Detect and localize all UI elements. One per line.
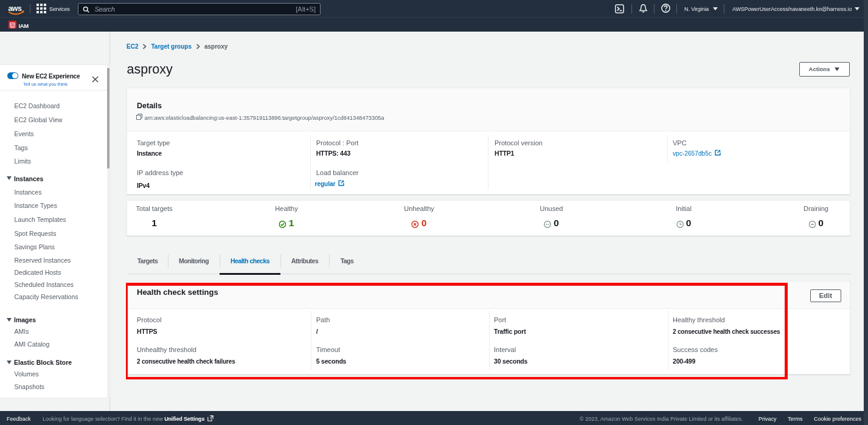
svg-text:aws: aws (9, 4, 22, 13)
